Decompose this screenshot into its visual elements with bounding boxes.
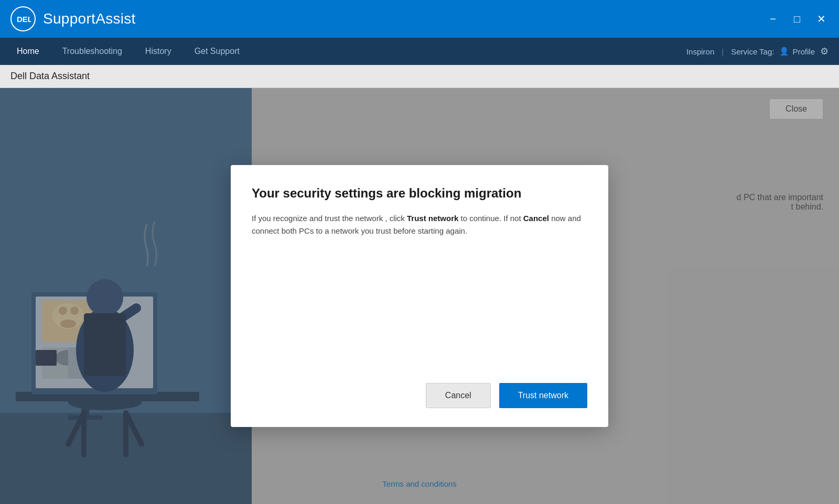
page-header: Dell Data Assistant — [0, 65, 839, 88]
service-tag-label: Service Tag: — [731, 47, 774, 56]
profile-nav[interactable]: 👤 Profile — [779, 47, 815, 56]
security-modal: Your security settings are blocking migr… — [231, 165, 608, 427]
modal-body: If you recognize and trust the network ,… — [252, 212, 587, 362]
nav-bar: Home Troubleshooting History Get Support… — [0, 38, 839, 65]
device-name: Inspiron — [686, 47, 714, 56]
cancel-bold: Cancel — [523, 214, 549, 223]
cancel-button[interactable]: Cancel — [426, 383, 491, 408]
dell-logo: DELL — [10, 6, 36, 31]
nav-troubleshooting[interactable]: Troubleshooting — [51, 38, 134, 65]
nav-right-section: Inspiron | Service Tag: 👤 Profile ⚙ — [686, 46, 829, 57]
page-title: Dell Data Assistant — [10, 71, 90, 82]
separator: | — [722, 47, 724, 56]
modal-title: Your security settings are blocking migr… — [252, 186, 587, 201]
svg-text:DELL: DELL — [17, 15, 31, 24]
person-icon: 👤 — [779, 47, 789, 56]
modal-body-text-2: to continue. If not — [458, 214, 523, 223]
title-bar: DELL SupportAssist − □ ✕ — [0, 0, 839, 38]
nav-get-support[interactable]: Get Support — [183, 38, 251, 65]
modal-footer: Cancel Trust network — [252, 383, 587, 408]
profile-label: Profile — [792, 47, 815, 56]
gear-icon[interactable]: ⚙ — [820, 46, 829, 57]
window-controls: − □ ✕ — [766, 0, 829, 38]
app-title: SupportAssist — [43, 10, 136, 27]
close-window-button[interactable]: ✕ — [814, 12, 829, 26]
nav-home[interactable]: Home — [5, 38, 51, 65]
trust-network-button[interactable]: Trust network — [499, 383, 587, 408]
modal-body-text-1: If you recognize and trust the network ,… — [252, 214, 407, 223]
trust-network-bold: Trust network — [407, 214, 458, 223]
minimize-button[interactable]: − — [766, 12, 780, 26]
maximize-button[interactable]: □ — [790, 12, 804, 26]
main-content: Close d PC that are important t behind. … — [0, 88, 839, 504]
nav-history[interactable]: History — [134, 38, 183, 65]
modal-overlay: Your security settings are blocking migr… — [0, 88, 839, 504]
